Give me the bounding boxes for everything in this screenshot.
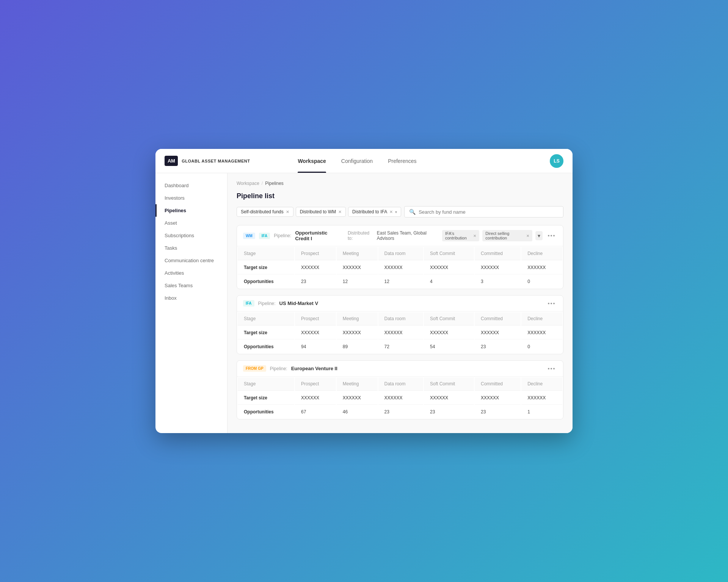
pipeline-card-2: IFA Pipeline: US Mid-Market V Stage Pros… [237, 295, 563, 354]
more-menu-button-1[interactable] [546, 233, 557, 238]
row-label-opportunities-3: Opportunities [238, 405, 294, 418]
row-label-opportunities-1: Opportunities [238, 275, 294, 288]
cell-3-1-6: 1 [521, 405, 562, 418]
breadcrumb-separator: / [262, 181, 263, 186]
cell-3-1-2: 46 [337, 405, 378, 418]
cell-1-1-1: 23 [295, 275, 336, 288]
more-menu-button-3[interactable] [546, 366, 557, 371]
sidebar-item-dashboard[interactable]: Dashboard [155, 179, 227, 192]
cell-2-0-1: XXXXXX [295, 326, 336, 340]
cell-3-1-1: 67 [295, 405, 336, 418]
more-menu-button-2[interactable] [546, 301, 557, 306]
pipeline-header-1: WM IFA Pipeline: Opportunistic Credit I … [237, 225, 563, 246]
cell-1-1-5: 3 [475, 275, 521, 288]
cell-2-0-2: XXXXXX [337, 326, 378, 340]
contribution-tag-direct[interactable]: Direct selling contribution ✕ [482, 230, 532, 241]
cell-1-0-5: XXXXXX [475, 261, 521, 274]
pipeline-table-2: Stage Prospect Meeting Data room Soft Co… [237, 311, 563, 354]
sidebar-item-pipelines[interactable]: Pipelines [155, 204, 227, 217]
contribution-close-direct[interactable]: ✕ [526, 234, 529, 238]
pipeline-name-3: European Venture II [291, 366, 337, 371]
sidebar-item-sales-teams[interactable]: Sales Teams [155, 279, 227, 292]
tab-preferences[interactable]: Preferences [388, 149, 416, 173]
table-row: Target size XXXXXX XXXXXX XXXXXX XXXXXX … [238, 326, 562, 340]
user-avatar[interactable]: LS [550, 154, 563, 168]
breadcrumb-root[interactable]: Workspace [237, 181, 259, 186]
table-header-row-3: Stage Prospect Meeting Data room Soft Co… [238, 377, 562, 391]
pipeline-table-1: Stage Prospect Meeting Data room Soft Co… [237, 246, 563, 289]
cell-2-0-3: XXXXXX [378, 326, 424, 340]
table-header-row-2: Stage Prospect Meeting Data room Soft Co… [238, 312, 562, 325]
col-dataroom-3: Data room [378, 377, 424, 391]
sidebar-item-subscriptions[interactable]: Subscriptions [155, 229, 227, 242]
main-content: Workspace / Pipelines Pipeline list Self… [228, 173, 573, 433]
filter-tag-self-distributed[interactable]: Self-distributed funds ✕ [237, 207, 293, 217]
cell-3-0-4: XXXXXX [424, 391, 474, 405]
cell-1-1-2: 12 [337, 275, 378, 288]
sidebar-item-communication[interactable]: Communication centre [155, 254, 227, 267]
filter-tag-close-0[interactable]: ✕ [286, 210, 289, 214]
col-committed-2: Committed [475, 312, 521, 325]
row-label-opportunities-2: Opportunities [238, 340, 294, 353]
sidebar-item-activities[interactable]: Activities [155, 267, 227, 279]
pipeline-label-1: Pipeline: [274, 233, 291, 238]
tab-configuration[interactable]: Configuration [341, 149, 373, 173]
search-icon: 🔍 [409, 209, 416, 215]
pipeline-header-3: From GP Pipeline: European Venture II [237, 361, 563, 377]
filter-tag-close-1[interactable]: ✕ [338, 210, 342, 214]
sidebar: Dashboard Investors Pipelines Asset Subs… [155, 173, 228, 433]
cell-3-0-3: XXXXXX [378, 391, 424, 405]
pipeline-card-1: WM IFA Pipeline: Opportunistic Credit I … [237, 225, 563, 289]
filter-tag-distributed-wm[interactable]: Distributed to WM ✕ [296, 207, 346, 217]
sidebar-label-sales-teams: Sales Teams [165, 283, 193, 288]
pipeline-label-3: Pipeline: [270, 366, 287, 371]
filter-tag-label-0: Self-distributed funds [241, 209, 284, 214]
search-input[interactable] [419, 209, 559, 215]
tab-workspace[interactable]: Workspace [298, 149, 326, 173]
cell-2-1-2: 89 [337, 340, 378, 353]
badge-ifa-2: IFA [243, 300, 254, 307]
breadcrumb: Workspace / Pipelines [237, 181, 563, 186]
contribution-tag-ifa[interactable]: IFA's contribution ✕ [442, 230, 479, 241]
sidebar-item-asset[interactable]: Asset [155, 217, 227, 229]
content-area: Dashboard Investors Pipelines Asset Subs… [155, 173, 573, 433]
cell-2-1-1: 94 [295, 340, 336, 353]
search-box: 🔍 [404, 206, 563, 217]
chevron-down-icon: ▾ [395, 210, 397, 214]
cell-2-0-6: XXXXXX [521, 326, 562, 340]
cell-1-0-1: XXXXXX [295, 261, 336, 274]
row-label-targetsize-3: Target size [238, 391, 294, 405]
col-softcommit-2: Soft Commit [424, 312, 474, 325]
logo: AM [165, 156, 178, 166]
top-nav: AM GLOABL ASSET MANAGEMENT Workspace Con… [155, 149, 573, 173]
contribution-close-ifa[interactable]: ✕ [473, 234, 476, 238]
cell-1-0-6: XXXXXX [521, 261, 562, 274]
cell-3-0-6: XXXXXX [521, 391, 562, 405]
table-header-row-1: Stage Prospect Meeting Data room Soft Co… [238, 247, 562, 260]
col-stage-1: Stage [238, 247, 294, 260]
sidebar-label-inbox: Inbox [165, 295, 177, 301]
sidebar-item-tasks[interactable]: Tasks [155, 242, 227, 254]
col-stage-3: Stage [238, 377, 294, 391]
sidebar-item-investors[interactable]: Investors [155, 192, 227, 204]
filter-tag-distributed-ifa[interactable]: Distributed to IFA ✕ ▾ [348, 207, 401, 217]
col-decline-1: Decline [521, 247, 562, 260]
pipeline-card-3: From GP Pipeline: European Venture II St… [237, 360, 563, 419]
pipeline-table-3: Stage Prospect Meeting Data room Soft Co… [237, 377, 563, 419]
sidebar-label-asset: Asset [165, 220, 177, 226]
pipeline-name-2: US Mid-Market V [279, 300, 318, 306]
company-name: GLOABL ASSET MANAGEMENT [182, 159, 250, 163]
filter-tag-close-2[interactable]: ✕ [389, 210, 393, 214]
col-stage-2: Stage [238, 312, 294, 325]
cell-3-0-1: XXXXXX [295, 391, 336, 405]
table-row: Opportunities 67 46 23 23 23 1 [238, 405, 562, 418]
table-row: Opportunities 23 12 12 4 3 0 [238, 275, 562, 288]
cell-3-1-5: 23 [475, 405, 521, 418]
col-prospect-3: Prospect [295, 377, 336, 391]
contributions-dropdown[interactable]: ▾ [535, 231, 543, 240]
col-committed-3: Committed [475, 377, 521, 391]
sidebar-label-investors: Investors [165, 195, 185, 201]
cell-1-0-2: XXXXXX [337, 261, 378, 274]
sidebar-item-inbox[interactable]: Inbox [155, 292, 227, 304]
pipeline-actions-1: IFA's contribution ✕ Direct selling cont… [442, 230, 557, 241]
